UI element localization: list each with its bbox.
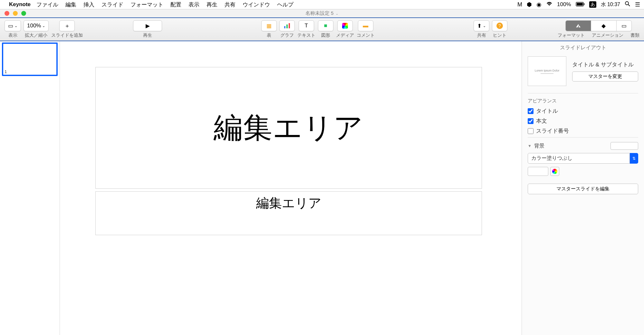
chevron-down-icon[interactable]: ⌄ <box>335 11 339 16</box>
traffic-lights <box>5 11 26 16</box>
play-label: 再生 <box>143 33 152 38</box>
menu-slide[interactable]: スライド <box>101 1 123 8</box>
menu-edit[interactable]: 編集 <box>65 1 76 8</box>
color-wheel-icon <box>552 169 557 174</box>
edit-master-slide-button[interactable]: マスタースライドを編集 <box>528 184 638 194</box>
hint-label: ヒント <box>493 33 506 38</box>
play-button[interactable]: ▶ <box>133 20 162 31</box>
view-button[interactable]: ▭ ⌄ <box>5 20 21 31</box>
menu-file[interactable]: ファイル <box>36 1 58 8</box>
body-checkbox-row[interactable]: 本文 <box>528 117 638 125</box>
slidenum-checkbox-row[interactable]: スライド番号 <box>528 127 638 135</box>
slide-canvas[interactable]: 編集エリア 編集エリア <box>60 41 522 335</box>
battery-icon[interactable] <box>576 1 585 8</box>
close-window-button[interactable] <box>5 11 9 16</box>
table-button[interactable]: ▦ <box>261 20 277 31</box>
clock[interactable]: 水 10:37 <box>601 1 620 8</box>
svg-rect-5 <box>284 26 285 28</box>
menu-format[interactable]: フォーマット <box>130 1 163 8</box>
menu-view[interactable]: 表示 <box>188 1 199 8</box>
zoom-label: 拡大／縮小 <box>25 33 47 38</box>
wifi-icon[interactable] <box>546 1 553 8</box>
shape-label: 図形 <box>321 33 330 38</box>
svg-rect-2 <box>584 3 584 5</box>
minimize-window-button[interactable] <box>13 11 18 16</box>
hint-button[interactable]: ? <box>492 20 507 31</box>
menu-help[interactable]: ヘルプ <box>277 1 293 8</box>
add-slide-label: スライドを追加 <box>51 33 83 38</box>
title-checkbox[interactable] <box>528 108 533 114</box>
change-master-button[interactable]: マスターを変更 <box>572 72 638 81</box>
share-button[interactable]: ⬆ ⌄ <box>474 20 489 31</box>
format-tab[interactable] <box>565 20 591 31</box>
text-label: テキスト <box>297 33 315 38</box>
title-checkbox-row[interactable]: タイトル <box>528 107 638 115</box>
table-label: 表 <box>267 33 271 38</box>
ime-icon[interactable]: あ <box>589 1 596 8</box>
animation-label: アニメーション <box>592 33 623 38</box>
menu-play[interactable]: 再生 <box>207 1 217 8</box>
workspace: 1 編集エリア 編集エリア スライドレイアウト Lorem Ipsum Dolo… <box>0 41 644 335</box>
select-arrows-icon: ⇅ <box>630 153 638 164</box>
menu-arrange[interactable]: 配置 <box>170 1 181 8</box>
window-titlebar: 名称未設定 5 ⌄ <box>0 9 644 17</box>
view-label: 表示 <box>8 33 17 38</box>
media-button[interactable] <box>337 20 353 31</box>
fill-type-select[interactable]: カラー塗りつぶし ⇅ <box>528 153 638 164</box>
menu-insert[interactable]: 挿入 <box>83 1 94 8</box>
slide-thumbnail-1[interactable]: 1 <box>2 43 58 76</box>
layout-name: タイトル & サブタイトル <box>572 61 638 68</box>
svg-line-4 <box>628 5 630 6</box>
menu-window[interactable]: ウインドウ <box>243 1 270 8</box>
color-picker-button[interactable] <box>550 167 559 176</box>
add-slide-button[interactable]: ＋ <box>59 20 75 31</box>
toolbar: ▭ ⌄ 表示 100%⌄ 拡大／縮小 ＋ スライドを追加 ▶ 再生 ▦ 表 グラ… <box>0 17 644 41</box>
disclosure-triangle-icon[interactable]: ▼ <box>528 144 532 148</box>
comment-button[interactable]: ▬ <box>358 20 373 31</box>
slide-number: 1 <box>5 69 7 74</box>
svg-rect-1 <box>577 3 583 5</box>
animation-tab[interactable]: ◆ <box>591 20 617 31</box>
document-title[interactable]: 名称未設定 5 <box>305 10 334 16</box>
chart-button[interactable] <box>279 20 295 31</box>
subtitle-text: 編集エリア <box>256 194 322 212</box>
body-checkbox[interactable] <box>528 118 533 124</box>
background-color-well[interactable] <box>610 142 638 150</box>
title-placeholder[interactable]: 編集エリア <box>95 67 482 189</box>
format-label: フォーマット <box>558 33 585 38</box>
control-center-icon[interactable]: ☰ <box>635 1 640 8</box>
shape-button[interactable]: ■ <box>318 20 333 31</box>
battery-percent: 100% <box>557 1 571 8</box>
background-heading: 背景 <box>534 143 608 149</box>
slide-navigator[interactable]: 1 <box>0 41 60 335</box>
format-inspector: スライドレイアウト Lorem Ipsum Dolor タイトル & サブタイト… <box>522 41 644 335</box>
fullscreen-window-button[interactable] <box>21 11 26 16</box>
media-label: メディア <box>336 33 354 38</box>
chart-label: グラフ <box>280 33 294 38</box>
color-swatch[interactable] <box>528 167 548 176</box>
zoom-button[interactable]: 100%⌄ <box>24 20 49 31</box>
slidenum-checkbox[interactable] <box>528 128 533 134</box>
text-button[interactable]: T <box>299 20 314 31</box>
app-name[interactable]: Keynote <box>9 1 31 8</box>
inspector-header: スライドレイアウト <box>528 44 638 51</box>
layout-thumbnail: Lorem Ipsum Dolor <box>528 56 566 86</box>
title-text: 編集エリア <box>214 108 364 148</box>
spotlight-icon[interactable] <box>625 1 630 8</box>
safari-icon[interactable]: ◉ <box>536 1 542 8</box>
comment-label: コメント <box>357 33 375 38</box>
slide: 編集エリア 編集エリア <box>95 67 482 286</box>
appearance-heading: アピアランス <box>528 98 638 104</box>
svg-rect-6 <box>286 24 288 28</box>
document-label: 書類 <box>630 33 639 38</box>
share-label: 共有 <box>477 33 486 38</box>
menu-share[interactable]: 共有 <box>225 1 235 8</box>
subtitle-placeholder[interactable]: 編集エリア <box>95 191 482 235</box>
gmail-icon[interactable]: M <box>517 1 522 8</box>
document-tab[interactable]: ▭ <box>616 20 632 31</box>
mac-menubar: Keynote ファイル 編集 挿入 スライド フォーマット 配置 表示 再生 … <box>0 0 644 9</box>
svg-rect-7 <box>289 23 290 28</box>
svg-point-3 <box>625 2 629 5</box>
status-icon[interactable]: ⬢ <box>527 1 532 8</box>
